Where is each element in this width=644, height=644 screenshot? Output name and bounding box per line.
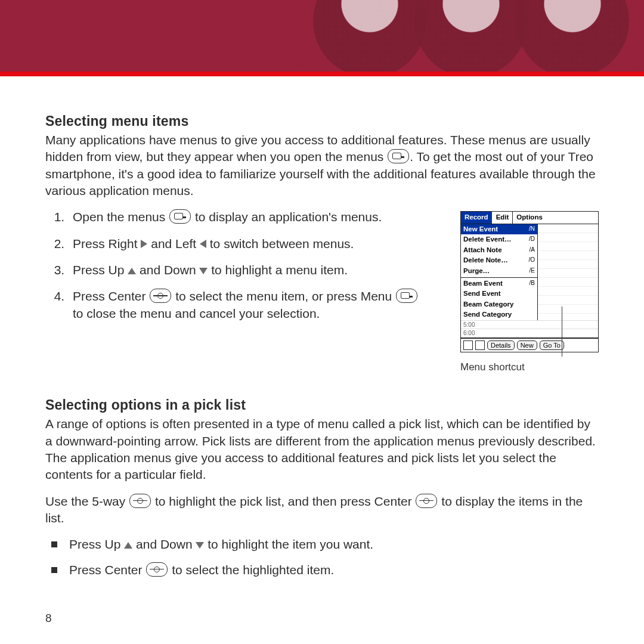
fiveway-icon	[129, 494, 151, 508]
screenshot-menubar: Record Edit Options	[461, 212, 598, 224]
left-arrow-icon	[200, 240, 206, 248]
photo-band	[274, 0, 644, 72]
step-2: Press Right and Left to switch between m…	[68, 236, 429, 252]
menu-screenshot-figure: Record Edit Options New Event/N Delete E…	[460, 211, 599, 374]
bullet-list: Press Up and Down to highlight the item …	[45, 536, 599, 578]
menu-item: Send Category	[461, 309, 537, 320]
header-banner	[0, 0, 644, 72]
step-1: Open the menus to display an application…	[68, 209, 429, 225]
screenshot-toolbar: Details New Go To	[461, 338, 598, 352]
menu-item: Purge…/E	[461, 266, 537, 277]
section1-intro: Many applications have menus to give you…	[45, 132, 599, 199]
menu-key-icon	[396, 289, 417, 303]
person-photo	[414, 0, 528, 72]
dropdown-menu: New Event/N Delete Event…/D Attach Note/…	[461, 224, 538, 320]
callout-line	[562, 306, 562, 357]
menu-key-icon	[169, 209, 191, 224]
bullet-1: Press Up and Down to highlight the item …	[51, 536, 599, 553]
up-arrow-icon	[124, 542, 132, 549]
menu-item: New Event/N	[461, 224, 537, 235]
center-key-icon	[416, 494, 437, 508]
step-4: Press Center to select the menu item, or…	[68, 288, 429, 322]
details-button: Details	[487, 340, 515, 351]
right-arrow-icon	[141, 240, 147, 248]
menu-key-icon	[388, 149, 409, 163]
menu-item: Beam Event/B	[461, 278, 537, 289]
goto-button: Go To	[540, 340, 564, 351]
menubar-record: Record	[461, 212, 493, 224]
menu-item: Attach Note/A	[461, 245, 537, 256]
menubar-edit: Edit	[493, 212, 513, 224]
menu-item: Beam Category	[461, 299, 537, 310]
calendar-icon	[463, 340, 473, 350]
page-number: 8	[45, 611, 52, 626]
person-photo	[313, 0, 426, 72]
menu-item: Delete Event…/D	[461, 234, 537, 245]
section2-para1: A range of options is often presented in…	[45, 416, 599, 483]
up-arrow-icon	[128, 268, 136, 274]
device-screenshot: Record Edit Options New Event/N Delete E…	[460, 211, 599, 352]
menu-item: Delete Note…/O	[461, 255, 537, 266]
steps-list: Open the menus to display an application…	[45, 209, 429, 332]
list-icon	[475, 340, 485, 350]
figure-caption: Menu shortcut	[460, 361, 599, 374]
down-arrow-icon	[196, 542, 204, 549]
menu-item: Send Event	[461, 289, 537, 299]
section2-title: Selecting options in a pick list	[45, 396, 599, 414]
section1-title: Selecting menu items	[45, 112, 599, 131]
center-key-icon	[150, 289, 171, 303]
accent-bar	[0, 72, 644, 76]
time-slots: 5:00 6:00	[461, 320, 598, 338]
section2-para2: Use the 5-way to highlight the pick list…	[45, 493, 599, 527]
down-arrow-icon	[199, 268, 208, 274]
center-key-icon	[146, 562, 168, 577]
new-button: New	[517, 340, 537, 351]
menubar-options: Options	[513, 212, 546, 224]
bullet-2: Press Center to select the highlighted i…	[51, 562, 599, 578]
person-photo	[516, 0, 629, 72]
step-3: Press Up and Down to highlight a menu it…	[68, 262, 429, 278]
